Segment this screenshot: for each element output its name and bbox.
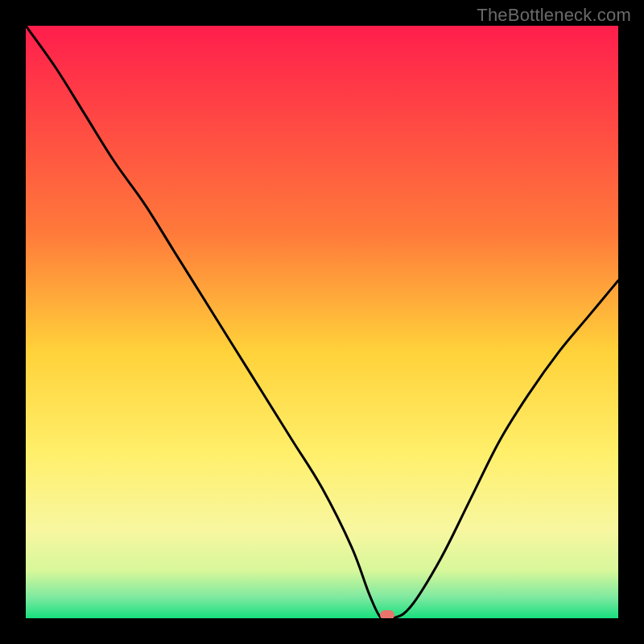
watermark-text: TheBottleneck.com — [477, 5, 631, 26]
chart-frame: TheBottleneck.com — [0, 0, 644, 644]
plot-area — [26, 26, 618, 618]
optimal-marker — [380, 610, 394, 618]
bottleneck-curve — [26, 26, 618, 618]
